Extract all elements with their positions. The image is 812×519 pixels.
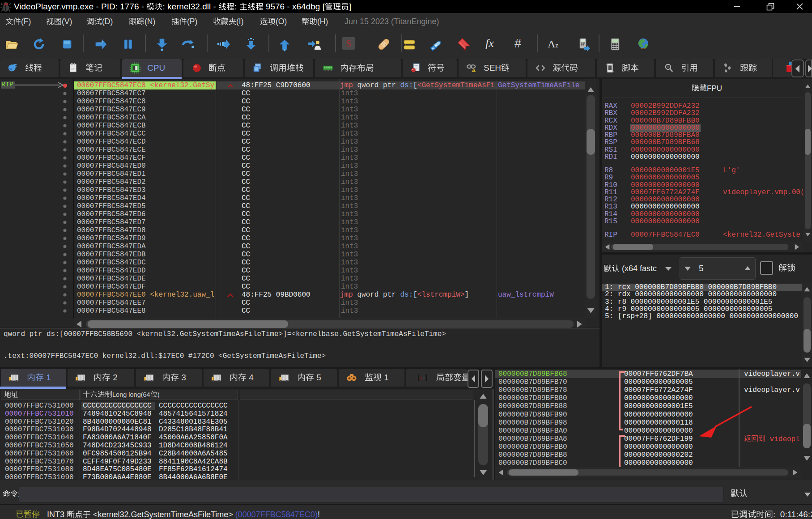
svg-text:64: 64 <box>4 2 8 6</box>
svg-text:x: x <box>419 375 422 381</box>
